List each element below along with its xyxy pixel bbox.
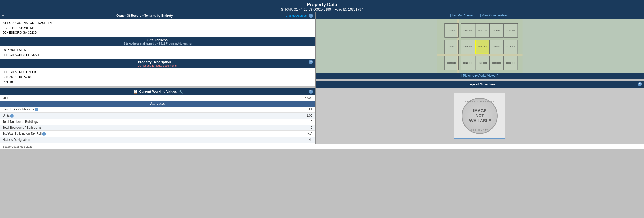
change-address-link[interactable]: [Change Address]: [285, 14, 307, 17]
site-content: 2916 66TH ST W LEHIGH ACRES FL 33971: [0, 46, 315, 59]
table-row: Unitsi1.00: [0, 113, 315, 119]
table-row: 1st Year Building on Tax RolliN/A: [0, 131, 315, 137]
svg-rect-1: [437, 54, 522, 56]
prop-desc-line3: LOT 19: [3, 80, 312, 84]
strap-value: 01-44-26-03-00025.0190: [294, 7, 331, 11]
just-label: Just: [3, 96, 8, 100]
prop-desc-content: LEHIGH ACRES UNIT 3 BLK 25 PB 15 PG 58 L…: [0, 68, 315, 86]
owner-content: ST LOUIS JOHNSTON + DAUPHINE 8178 FREEST…: [0, 19, 315, 37]
panel-separator: [0, 86, 315, 88]
site-address-header: Site Address Site Address maintained by …: [0, 37, 315, 46]
attribute-value: 1.00: [294, 113, 315, 118]
svg-text:00025 0020: 00025 0020: [478, 29, 487, 31]
svg-text:00025 0170: 00025 0170: [506, 46, 515, 48]
owner-line3: JONESBORO GA 30236: [3, 30, 312, 35]
prop-desc-title: Property Description: [2, 60, 307, 64]
attribute-label: Unitsi: [0, 113, 294, 119]
svg-text:00022 0110: 00022 0110: [447, 62, 456, 64]
svg-text:00025 0200: 00025 0200: [463, 46, 472, 48]
image-structure-title: Image of Structure: [323, 82, 638, 86]
attribute-value: N/A: [294, 131, 315, 136]
right-panel: [ Tax Map Viewer ] [ View Comparables ] …: [316, 12, 644, 144]
attribute-info-icon[interactable]: i: [10, 114, 14, 118]
attributes-list: Land Units Of MeasureiLTUnitsi1.00Total …: [0, 107, 315, 143]
page-wrapper: Property Data STRAP: 01-44-26-03-00025.0…: [0, 0, 644, 149]
site-line2: LEHIGH ACRES FL 33971: [3, 53, 312, 57]
folio-label: Folio ID:: [335, 7, 347, 11]
map-svg: 00021 011000025 001000025 002000025 0210…: [316, 19, 644, 73]
cwv-title: 📋 Current Working Values 🔧: [7, 90, 309, 94]
map-image-container: 00021 011000025 001000025 002000025 0210…: [316, 19, 644, 73]
right-separator: [316, 79, 644, 81]
svg-text:00026 0030: 00026 0030: [492, 62, 501, 64]
attribute-label: Land Units Of Measurei: [0, 107, 294, 112]
owner-help-icon[interactable]: ?: [309, 14, 313, 18]
just-row: Just 4,000: [0, 95, 315, 101]
folio-value: 10301797: [348, 7, 363, 11]
svg-text:00025 0210: 00025 0210: [492, 29, 501, 31]
attribute-value: 0: [294, 125, 315, 130]
attribute-label: Total Bedrooms / Bathrooms: [0, 125, 294, 130]
attribute-label: 1st Year Building on Tax Rolli: [0, 131, 294, 137]
cwv-icon-left: 📋: [133, 90, 138, 94]
page-title: Property Data: [0, 2, 644, 7]
owner-line1: ST LOUIS JOHNSTON + DAUPHINE: [3, 21, 312, 25]
attribute-value: LT: [294, 107, 315, 112]
cwv-label: Current Working Values: [139, 90, 177, 93]
prop-desc-line1: LEHIGH ACRES UNIT 3: [3, 70, 312, 75]
site-address-subtitle: Site Address maintained by E911 Program …: [2, 42, 313, 45]
site-address-title: Site Address: [2, 38, 313, 42]
attribute-label: Total Number of Buildings: [0, 119, 294, 125]
table-row: Historic DesignationNo: [0, 137, 315, 143]
attribute-value: 0: [294, 119, 315, 125]
just-value: 4,000: [305, 96, 312, 100]
aerial-bar: [ Pictometry Aerial Viewer ]: [316, 73, 644, 79]
prop-desc-header: Property Description ? Do not use for le…: [0, 59, 315, 68]
attributes-header: Attributes: [0, 101, 315, 107]
svg-text:00026 0010: 00026 0010: [463, 62, 472, 64]
cwv-header: 📋 Current Working Values 🔧 ?: [0, 88, 315, 95]
pictometry-viewer-link[interactable]: [ Pictometry Aerial Viewer ]: [461, 74, 498, 77]
table-row: Total Number of Buildings0: [0, 119, 315, 125]
circle-watermark: PROPERTY APPRAISER IMAGE NOT AVAILABLE L…: [462, 98, 498, 134]
table-row: Land Units Of MeasureiLT: [0, 107, 315, 113]
attribute-value: No: [294, 137, 315, 143]
watermark-bottom-text: LEE COUNTY: [471, 129, 488, 131]
svg-text:00021 0120: 00021 0120: [447, 46, 456, 48]
add-owner-button[interactable]: +: [2, 14, 4, 18]
prop-desc-help-icon[interactable]: ?: [309, 60, 313, 64]
owner-line2: 8178 FREESTONE DR: [3, 25, 312, 30]
tax-map-viewer-link[interactable]: [ Tax Map Viewer ]: [450, 14, 475, 17]
watermark-top-text: PROPERTY APPRAISER: [465, 101, 495, 102]
not-avail-line3: AVAILABLE: [468, 118, 491, 123]
svg-text:00026 0020: 00026 0020: [478, 62, 487, 64]
svg-text:00025 0190: 00025 0190: [478, 46, 487, 48]
svg-text:00021 0110: 00021 0110: [447, 29, 456, 31]
prop-desc-warning: Do not use for legal documents!: [2, 64, 313, 67]
structure-image-area: PROPERTY APPRAISER IMAGE NOT AVAILABLE L…: [316, 88, 644, 144]
cwv-help-icon[interactable]: ?: [309, 90, 313, 94]
not-avail-line2: NOT: [468, 113, 491, 118]
page-header: Property Data STRAP: 01-44-26-03-00025.0…: [0, 0, 644, 12]
svg-text:00025 0180: 00025 0180: [492, 46, 501, 48]
page-subtitle: STRAP: 01-44-26-03-00025.0190 Folio ID: …: [0, 7, 644, 11]
left-panel: + Owner Of Record - Tenants by Entirety …: [0, 12, 316, 144]
map-links-bar: [ Tax Map Viewer ] [ View Comparables ]: [316, 12, 644, 19]
main-layout: + Owner Of Record - Tenants by Entirety …: [0, 12, 644, 144]
attribute-info-icon[interactable]: i: [42, 132, 46, 136]
svg-text:00025 0040: 00025 0040: [506, 29, 515, 31]
owner-header-actions: [Change Address] ?: [285, 14, 313, 18]
prop-desc-line2: BLK 25 PB 15 PG 58: [3, 75, 312, 80]
attribute-info-icon[interactable]: i: [35, 108, 38, 111]
image-structure-help-icon[interactable]: ?: [638, 82, 642, 86]
view-comparables-link[interactable]: [ View Comparables ]: [480, 14, 509, 17]
prop-desc-title-row: Property Description ?: [2, 60, 313, 64]
cwv-icon-right: 🔧: [178, 90, 183, 94]
not-avail-line1: IMAGE: [468, 108, 491, 113]
not-available-text: IMAGE NOT AVAILABLE: [468, 108, 491, 123]
owner-header-title: Owner Of Record - Tenants by Entirety: [4, 14, 285, 18]
table-row: Total Bedrooms / Bathrooms0: [0, 125, 315, 131]
page-footer: Space Coast MLS 2021: [0, 144, 644, 149]
image-not-available: PROPERTY APPRAISER IMAGE NOT AVAILABLE L…: [454, 93, 505, 139]
svg-text:00026 0040: 00026 0040: [506, 62, 515, 64]
